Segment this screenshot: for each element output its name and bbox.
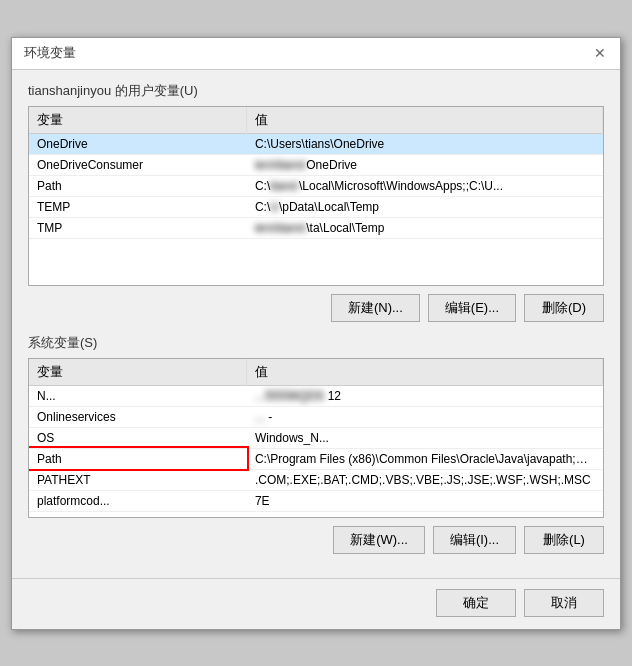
user-delete-button[interactable]: 删除(D) [524,294,604,322]
user-table-body: OneDrive C:\Users\tians\OneDrive OneDriv… [29,133,603,238]
table-row[interactable]: N... ...55556QDS 12 [29,385,603,406]
sys-row-val: 7E [247,490,603,511]
table-row[interactable]: OS Windows_N... [29,427,603,448]
user-row-var: OneDrive [29,133,247,154]
sys-row-var: N... [29,385,247,406]
sys-row-val: .... 64 [247,511,603,518]
sys-path-val: C:\Program Files (x86)\Common Files\Orac… [247,448,603,469]
ok-button[interactable]: 确定 [436,589,516,617]
sys-row-var: Onlineservices [29,406,247,427]
table-row[interactable]: PROCESSOR_ARCHITECY... .... 64 [29,511,603,518]
system-table-body: N... ...55556QDS 12 Onlineservices ... -… [29,385,603,518]
system-button-row: 新建(W)... 编辑(I)... 删除(L) [28,526,604,554]
user-variables-table: 变量 值 OneDrive C:\Users\tians\OneDrive On… [29,107,603,239]
cancel-button[interactable]: 取消 [524,589,604,617]
user-edit-button[interactable]: 编辑(E)... [428,294,516,322]
sys-row-val: Windows_N... [247,427,603,448]
sys-row-var: platformcod... [29,490,247,511]
user-new-button[interactable]: 新建(N)... [331,294,420,322]
user-variables-table-container[interactable]: 变量 值 OneDrive C:\Users\tians\OneDrive On… [28,106,604,286]
table-row[interactable]: OneDriveConsumer iers\tians\OneDrive [29,154,603,175]
user-row-val: iers\tians\OneDrive [247,154,603,175]
user-table-header: 变量 值 [29,107,603,134]
sys-col-var-header: 变量 [29,359,247,386]
bottom-button-row: 确定 取消 [12,578,620,629]
sys-path-var: Path [29,448,247,469]
table-row[interactable]: Path C:\tians\\Local\Microsoft\WindowsAp… [29,175,603,196]
user-row-var: TEMP [29,196,247,217]
title-bar: 环境变量 ✕ [12,38,620,70]
sys-row-var: OS [29,427,247,448]
system-section-label: 系统变量(S) [28,334,604,352]
user-col-val-header: 值 [247,107,603,134]
sys-edit-button[interactable]: 编辑(I)... [433,526,516,554]
table-row[interactable]: Onlineservices ... - [29,406,603,427]
user-row-var: TMP [29,217,247,238]
user-row-val: C:\U\pData\Local\Temp [247,196,603,217]
sys-delete-button[interactable]: 删除(L) [524,526,604,554]
dialog-body: tianshanjinyou 的用户变量(U) 变量 值 OneDrive C:… [12,70,620,578]
sys-row-val: .COM;.EXE;.BAT;.CMD;.VBS;.VBE;.JS;.JSE;.… [247,469,603,490]
table-row[interactable]: OneDrive C:\Users\tians\OneDrive [29,133,603,154]
user-row-val: C:\tians\\Local\Microsoft\WindowsApps;;C… [247,175,603,196]
sys-row-val: ... - [247,406,603,427]
user-col-var-header: 变量 [29,107,247,134]
sys-row-var: PROCESSOR_ARCHITECY... [29,511,247,518]
system-variables-table: 变量 值 N... ...55556QDS 12 Onlineservices … [29,359,603,518]
table-row[interactable]: platformcod... 7E [29,490,603,511]
user-row-var: Path [29,175,247,196]
sys-row-var: PATHEXT [29,469,247,490]
user-row-var: OneDriveConsumer [29,154,247,175]
env-variables-dialog: 环境变量 ✕ tianshanjinyou 的用户变量(U) 变量 值 OneD… [11,37,621,630]
table-row[interactable]: PATHEXT .COM;.EXE;.BAT;.CMD;.VBS;.VBE;.J… [29,469,603,490]
system-table-header: 变量 值 [29,359,603,386]
sys-new-button[interactable]: 新建(W)... [333,526,425,554]
table-row[interactable]: TMP iers\tians\\ta\Local\Temp [29,217,603,238]
table-row[interactable]: Path C:\Program Files (x86)\Common Files… [29,448,603,469]
sys-row-val: ...55556QDS 12 [247,385,603,406]
sys-col-val-header: 值 [247,359,603,386]
table-row[interactable]: TEMP C:\U\pData\Local\Temp [29,196,603,217]
user-section-label: tianshanjinyou 的用户变量(U) [28,82,604,100]
dialog-title: 环境变量 [24,44,76,62]
close-button[interactable]: ✕ [592,45,608,61]
user-row-val: C:\Users\tians\OneDrive [247,133,603,154]
system-variables-table-container[interactable]: 变量 值 N... ...55556QDS 12 Onlineservices … [28,358,604,518]
user-button-row: 新建(N)... 编辑(E)... 删除(D) [28,294,604,322]
user-row-val: iers\tians\\ta\Local\Temp [247,217,603,238]
